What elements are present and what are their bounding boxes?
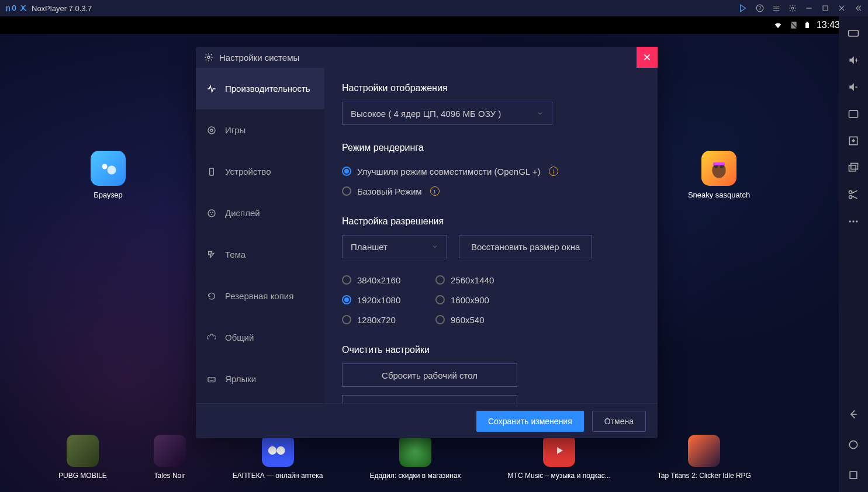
volume-up-icon[interactable] — [847, 54, 860, 67]
dock-app-eapteka[interactable]: ЕАПТЕКА — онлайн аптека — [233, 435, 323, 480]
back-icon[interactable] — [847, 408, 860, 421]
maximize-icon[interactable] — [821, 4, 829, 12]
chevron-down-icon — [537, 110, 544, 117]
svg-rect-13 — [268, 446, 276, 455]
radio-icon — [342, 315, 351, 324]
restore-window-button[interactable]: Восстановить размер окна — [459, 235, 592, 258]
info-icon[interactable]: i — [549, 167, 558, 176]
app-browser[interactable]: Браузер — [76, 151, 140, 199]
sidebar-item-games[interactable]: Игры — [196, 109, 324, 151]
radio-label: 1600x900 — [451, 295, 489, 305]
render-basic-radio[interactable]: Базовый Режим i — [342, 181, 640, 201]
no-sim-icon — [790, 20, 798, 30]
svg-rect-30 — [210, 168, 214, 175]
collapse-icon[interactable] — [854, 4, 862, 12]
clean-label: Очистить настройки — [342, 345, 640, 355]
svg-rect-12 — [713, 162, 725, 165]
play-store-icon[interactable] — [739, 4, 748, 12]
svg-rect-6 — [806, 22, 808, 23]
backup-icon — [206, 291, 217, 302]
radio-icon — [435, 295, 445, 304]
sidebar-item-label: Дисплей — [225, 208, 260, 218]
svg-point-2 — [791, 7, 794, 9]
sidebar-item-performance[interactable]: Производительность — [196, 68, 324, 109]
radio-label: 1920x1080 — [357, 295, 400, 305]
res-2560-radio[interactable]: 2560x1440 — [435, 270, 529, 290]
dock-label: PUBG MOBILE — [58, 472, 107, 480]
res-1920-radio[interactable]: 1920x1080 — [342, 290, 435, 310]
sidebar-item-label: Общий — [225, 332, 254, 342]
radio-label: Улучшили режим совместимости (OpenGL +) — [357, 167, 541, 176]
dock-label: ЕАПТЕКА — онлайн аптека — [233, 472, 323, 480]
android-statusbar: 13:43 — [0, 16, 868, 34]
sidebar-item-general[interactable]: Общий — [196, 317, 324, 358]
sidebar-item-label: Ярлыки — [225, 374, 256, 384]
recent-icon[interactable] — [847, 469, 860, 481]
volume-down-icon[interactable] — [847, 81, 860, 93]
sidebar-item-label: Тема — [225, 250, 245, 259]
svg-point-29 — [210, 129, 213, 131]
apk-install-icon[interactable] — [847, 134, 860, 147]
radio-icon — [342, 167, 351, 176]
shortcuts-icon — [206, 374, 217, 384]
sidebar-item-backup[interactable]: Резервная копия — [196, 275, 324, 317]
performance-icon — [206, 84, 217, 94]
sidebar-item-label: Резервная копия — [225, 291, 293, 301]
save-button[interactable]: Сохранить изменения — [476, 411, 584, 432]
sidebar-item-theme[interactable]: Тема — [196, 234, 324, 275]
svg-rect-18 — [849, 165, 856, 171]
render-mode-label: Режим рендеринга — [342, 143, 640, 153]
res-960-radio[interactable]: 960x540 — [435, 310, 529, 330]
dock-app-edadil[interactable]: Едадил: скидки в магазинах — [369, 435, 461, 480]
render-opengl-radio[interactable]: Улучшили режим совместимости (OpenGL +) … — [342, 161, 640, 181]
help-icon[interactable]: ? — [756, 4, 764, 12]
settings-modal: Настройки системы Производительность Игр… — [196, 47, 658, 438]
cancel-button[interactable]: Отмена — [592, 411, 646, 432]
modal-close-button[interactable] — [637, 47, 658, 68]
svg-point-34 — [211, 214, 212, 215]
dropdown-value: Планшет — [351, 242, 388, 252]
dropdown-value: Высокое ( 4 ядер ЦП, 4096 МБ ОЗУ ) — [351, 109, 501, 119]
minimize-icon[interactable] — [805, 4, 813, 12]
dock-label: МТС Music – музыка и подкас... — [508, 472, 611, 480]
res-1280-radio[interactable]: 1280x720 — [342, 310, 435, 330]
radio-label: 1280x720 — [357, 315, 396, 325]
theme-icon — [206, 250, 217, 260]
radio-icon — [342, 295, 351, 304]
radio-label: 960x540 — [451, 315, 485, 325]
keyboard-icon[interactable] — [847, 27, 860, 40]
svg-rect-26 — [850, 472, 857, 479]
screenshot-icon[interactable] — [847, 108, 860, 120]
sidebar-item-display[interactable]: Дисплей — [196, 192, 324, 234]
dock-app-pubg[interactable]: PUBG MOBILE — [58, 435, 107, 480]
games-icon — [206, 125, 217, 136]
sidebar-item-shortcuts[interactable]: Ярлыки — [196, 358, 324, 400]
dock-app-mts[interactable]: МТС Music – музыка и подкас... — [508, 435, 611, 480]
clear-google-cache-button[interactable]: Очистить кеш сервисов Google — [342, 395, 517, 403]
display-preset-dropdown[interactable]: Высокое ( 4 ядер ЦП, 4096 МБ ОЗУ ) — [342, 102, 552, 125]
dock-app-tales[interactable]: Tales Noir — [154, 435, 186, 480]
close-icon[interactable] — [838, 4, 846, 12]
svg-point-25 — [849, 441, 857, 448]
svg-rect-15 — [849, 30, 859, 36]
scissors-icon[interactable] — [847, 188, 860, 201]
home-icon[interactable] — [847, 438, 860, 451]
svg-rect-16 — [849, 110, 858, 117]
side-toolbar — [839, 16, 868, 492]
app-sneaky-sasquatch[interactable]: Sneaky sasquatch — [687, 151, 751, 199]
res-3840-radio[interactable]: 3840x2160 — [342, 270, 435, 290]
resolution-mode-dropdown[interactable]: Планшет — [342, 235, 447, 258]
info-icon[interactable]: i — [430, 186, 440, 196]
device-icon — [206, 167, 217, 177]
menu-icon[interactable] — [772, 4, 780, 12]
radio-label: Базовый Режим — [357, 186, 422, 196]
more-icon[interactable] — [847, 215, 860, 228]
gear-icon[interactable] — [789, 4, 797, 12]
wifi-icon — [772, 20, 784, 30]
modal-title: Настройки системы — [219, 53, 299, 63]
res-1600-radio[interactable]: 1600x900 — [435, 290, 529, 310]
multi-instance-icon[interactable] — [847, 161, 860, 174]
reset-desktop-button[interactable]: Сбросить рабочий стол — [342, 363, 517, 387]
dock-app-taptitans[interactable]: Tap Titans 2: Clicker Idle RPG — [658, 435, 751, 480]
sidebar-item-device[interactable]: Устройство — [196, 151, 324, 192]
